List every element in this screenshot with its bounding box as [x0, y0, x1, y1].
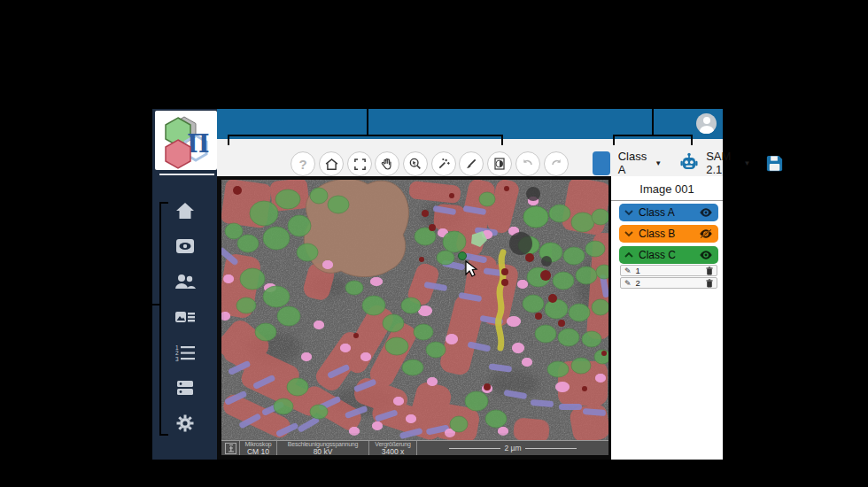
avatar-body — [700, 126, 714, 134]
help-button[interactable]: ? — [291, 151, 315, 176]
scale-line — [449, 448, 500, 449]
scale-label: 2 µm — [504, 444, 521, 452]
magic-wand-button[interactable] — [431, 151, 456, 176]
sidebar: Π — [152, 109, 217, 460]
callout-tick — [501, 135, 503, 145]
sidebar-item-ordered-list[interactable]: 1 2 3 — [172, 339, 198, 366]
chevron-up-icon[interactable] — [624, 251, 633, 259]
callout-tick — [613, 135, 615, 145]
annotation-panel: Image 001 Class A Class B — [611, 176, 723, 460]
toolbar-right-cluster: Class A ▼ SAM 2.1 ▼ — [593, 151, 785, 175]
class-selector-label[interactable]: Class A — [618, 150, 647, 176]
meta-value: CM 10 — [247, 448, 269, 456]
image-title: Image 001 — [611, 182, 723, 196]
users-icon — [174, 271, 197, 292]
class-label: Class A — [639, 206, 699, 219]
scale-bar: 2 µm — [416, 441, 608, 455]
model-icon-wrap — [678, 151, 701, 175]
callout-tick — [691, 135, 693, 145]
fit-view-button[interactable] — [347, 151, 372, 176]
annotation-row-2[interactable]: ✎ 2 — [620, 277, 717, 289]
callout-connector — [152, 304, 159, 305]
class-list: Class A Class B Class C — [619, 204, 718, 290]
image-viewer[interactable]: Mikroskop CM 10 Beschleunigungsspannung … — [217, 176, 611, 460]
callout-connector — [652, 109, 654, 136]
model-selector-caret-icon[interactable]: ▼ — [744, 159, 751, 167]
meta-microscope: Mikroskop CM 10 — [239, 441, 276, 455]
class-selector-caret-icon[interactable]: ▼ — [655, 159, 662, 167]
contrast-button[interactable] — [487, 151, 512, 176]
sidebar-item-settings[interactable] — [172, 410, 198, 437]
app-window: Π — [152, 109, 723, 460]
contrast-icon — [492, 157, 507, 171]
logo-divider — [159, 174, 214, 175]
callout-bracket-toolbar — [228, 135, 503, 136]
model-selector-label[interactable]: SAM 2.1 — [706, 150, 738, 176]
callout-tick — [159, 434, 168, 436]
pan-hand-icon — [380, 157, 394, 171]
meta-value: 3400 x — [382, 448, 405, 456]
class-row-a[interactable]: Class A — [619, 204, 718, 221]
delete-trash-icon[interactable] — [706, 267, 713, 275]
edit-pencil-icon[interactable]: ✎ — [624, 267, 632, 275]
app-logo: Π — [155, 111, 217, 170]
home-view-button[interactable] — [319, 151, 344, 176]
visibility-eye-off-icon[interactable] — [699, 228, 713, 239]
logo-hexagons-icon: Π — [155, 111, 217, 170]
undo-button[interactable] — [515, 151, 540, 176]
microscope-icon — [221, 441, 239, 455]
help-icon: ? — [298, 157, 306, 172]
pan-button[interactable] — [375, 151, 399, 176]
sidebar-item-image-viewer[interactable] — [172, 233, 198, 259]
callout-tick — [228, 135, 229, 145]
robot-icon — [678, 151, 701, 174]
micrograph-metadata-bar: Mikroskop CM 10 Beschleunigungsspannung … — [221, 440, 608, 455]
meta-magnification: Vergrößerung 3400 x — [368, 441, 416, 455]
callout-bracket-sidebar — [159, 202, 161, 436]
zoom-select-button[interactable] — [403, 151, 428, 176]
avatar-head — [703, 117, 710, 124]
callout-tick — [159, 202, 168, 204]
save-icon — [764, 153, 785, 174]
brush-icon — [464, 157, 478, 171]
click-point-marker — [459, 252, 467, 260]
em-micrograph[interactable]: Mikroskop CM 10 Beschleunigungsspannung … — [221, 180, 608, 455]
sidebar-item-datasets[interactable] — [172, 375, 198, 401]
user-avatar-icon[interactable] — [696, 113, 717, 134]
save-button[interactable] — [764, 153, 785, 174]
sidebar-item-users[interactable] — [172, 268, 198, 295]
annotation-row-1[interactable]: ✎ 1 — [620, 265, 717, 276]
fit-view-icon — [353, 158, 367, 171]
meta-voltage: Beschleunigungsspannung 80 kV — [276, 441, 368, 455]
visibility-eye-icon[interactable] — [699, 207, 713, 218]
sidebar-item-gallery[interactable] — [172, 304, 198, 330]
redo-button[interactable] — [544, 151, 569, 176]
undo-icon — [521, 157, 535, 171]
toolbar: ? — [217, 139, 723, 177]
chevron-down-icon[interactable] — [624, 209, 633, 216]
meta-value: 80 kV — [314, 448, 333, 456]
class-row-c[interactable]: Class C — [619, 246, 718, 264]
numbered-list-icon: 1 2 3 — [174, 342, 197, 363]
visibility-eye-icon[interactable] — [699, 250, 713, 260]
segmentation-overlay — [221, 180, 608, 440]
delete-trash-icon[interactable] — [706, 279, 713, 288]
class-row-b[interactable]: Class B — [619, 225, 718, 243]
brush-button[interactable] — [459, 151, 484, 176]
zoom-click-icon — [408, 157, 422, 171]
eye-box-icon — [174, 236, 196, 257]
annotation-id: 1 — [636, 266, 706, 275]
image-list-icon — [174, 306, 197, 328]
annotation-id: 2 — [636, 278, 706, 288]
redo-icon — [549, 157, 563, 171]
sidebar-item-home[interactable] — [172, 197, 198, 224]
home-icon — [174, 200, 196, 221]
class-color-swatch[interactable] — [593, 151, 610, 175]
home-icon — [324, 157, 339, 172]
panel-divider — [611, 200, 723, 201]
class-label: Class B — [639, 228, 699, 240]
edit-pencil-icon[interactable]: ✎ — [624, 279, 632, 288]
callout-connector — [367, 109, 368, 136]
chevron-down-icon[interactable] — [624, 230, 633, 237]
svg-text:3: 3 — [175, 356, 179, 362]
